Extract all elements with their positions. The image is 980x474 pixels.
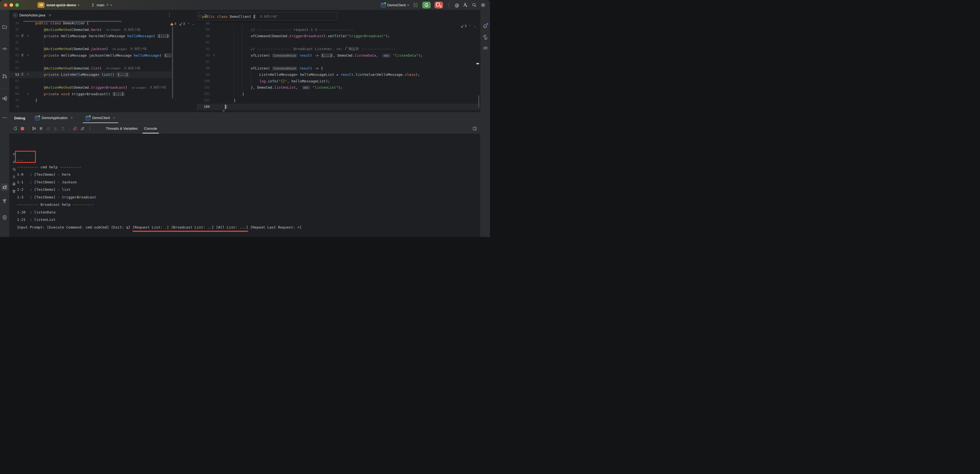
line-number[interactable]: 36 bbox=[9, 34, 19, 38]
tab-console[interactable]: Console bbox=[142, 123, 159, 134]
pause-program-icon[interactable] bbox=[39, 126, 43, 131]
step-into-icon[interactable] bbox=[53, 126, 58, 131]
structure-tool-button[interactable] bbox=[2, 96, 7, 101]
line-number[interactable]: 63 bbox=[9, 86, 19, 89]
gutter[interactable] bbox=[19, 84, 35, 91]
sticky-header-line[interactable]: 37public class DemoClient {渔民小镇 * bbox=[198, 12, 338, 21]
tab-threads-variables[interactable]: Threads & Variables bbox=[104, 123, 140, 134]
line-number[interactable]: 100 bbox=[197, 79, 210, 83]
gutter[interactable] bbox=[19, 97, 35, 104]
line-number[interactable]: 92 bbox=[197, 47, 210, 51]
prev-problem-icon[interactable]: ⌃ bbox=[187, 22, 189, 26]
code-line-91[interactable]: 91 bbox=[197, 40, 480, 46]
code-line-62[interactable]: 62 bbox=[9, 78, 173, 85]
step-out-icon[interactable] bbox=[61, 126, 65, 131]
gutter[interactable] bbox=[210, 46, 225, 52]
line-number[interactable]: 78 bbox=[9, 105, 19, 109]
broadcast-chat-icon[interactable] bbox=[482, 35, 488, 40]
resume-program-icon[interactable] bbox=[32, 126, 36, 131]
gutter[interactable] bbox=[210, 59, 225, 65]
code-line-99[interactable]: 99 List<HelloMessage> helloMessageList =… bbox=[197, 72, 480, 78]
code-line-77[interactable]: 77} bbox=[9, 97, 173, 104]
sticky-code-line-37[interactable]: 37public class DemoClient {渔民小镇 * bbox=[198, 13, 337, 20]
version-control-tool-button[interactable] bbox=[2, 73, 7, 79]
gutter[interactable] bbox=[210, 97, 225, 104]
services-tool-button[interactable] bbox=[2, 215, 8, 220]
line-number[interactable]: 42 bbox=[9, 47, 19, 51]
code-line-92[interactable]: 92 // ---------------- Broadcast Listene… bbox=[197, 46, 480, 52]
fold-arrow-icon[interactable]: ❯ bbox=[213, 53, 215, 56]
code-editor-democlient[interactable]: 8889 // ---------------- request 1-3 ---… bbox=[197, 20, 480, 112]
print-icon[interactable] bbox=[12, 182, 16, 186]
fold-arrow-icon[interactable]: ❯ bbox=[27, 72, 29, 75]
session-tab-demoapplication[interactable]: DemoApplication ✕ bbox=[32, 113, 76, 123]
code-line-41[interactable]: 41 bbox=[9, 40, 173, 46]
gutter[interactable] bbox=[210, 91, 225, 97]
commit-tool-button[interactable] bbox=[2, 46, 7, 51]
tab-demoaction-java[interactable]: C DemoAction.java ✕ bbox=[13, 10, 51, 21]
line-number[interactable]: 34 bbox=[9, 21, 19, 25]
close-session-icon[interactable]: ✕ bbox=[70, 116, 73, 120]
gutter[interactable] bbox=[210, 33, 225, 40]
project-widget[interactable]: ID ionet-quick-demo ▾ bbox=[37, 2, 79, 8]
gutter[interactable]: ❯ bbox=[19, 91, 35, 97]
debug-console[interactable]: ...---------- cmd help ----------1-0 : [… bbox=[9, 134, 480, 237]
gutter[interactable] bbox=[210, 20, 225, 27]
code-line-53[interactable]: 53@❯ private List<HelloMessage> list() {… bbox=[9, 72, 173, 78]
soft-wrap-icon[interactable] bbox=[12, 167, 16, 171]
line-number[interactable]: 90 bbox=[197, 34, 210, 38]
line-number[interactable]: 97 bbox=[197, 60, 210, 64]
rerun-debug-button[interactable] bbox=[422, 2, 431, 8]
close-window-button[interactable] bbox=[4, 3, 7, 7]
code-line-35[interactable]: 35 @ActionMethod(DemoCmd.here)no usages渔… bbox=[9, 27, 173, 33]
more-actions-menu[interactable]: ⋮ bbox=[447, 3, 451, 7]
code-line-102[interactable]: 102 } bbox=[197, 91, 480, 97]
gutter[interactable] bbox=[210, 104, 225, 110]
gutter[interactable] bbox=[19, 104, 35, 110]
gutter[interactable] bbox=[210, 65, 225, 72]
line-number[interactable]: 104 bbox=[197, 105, 210, 109]
code-line-93[interactable]: 93❯ ofListen( CommandResult result -> {.… bbox=[197, 52, 480, 59]
code-line-63[interactable]: 63 @ActionMethod(DemoCmd.triggerBroadcas… bbox=[9, 84, 173, 91]
mute-breakpoints-icon[interactable] bbox=[80, 126, 85, 131]
inspections-widget-left[interactable]: 4 3 ⌃ ⌄ bbox=[169, 21, 196, 26]
branch-widget[interactable]: main ↗ ▾ bbox=[91, 3, 111, 7]
fold-arrow-icon[interactable]: ❯ bbox=[27, 34, 29, 37]
line-number[interactable]: 51 bbox=[9, 60, 19, 64]
debug-tool-button[interactable] bbox=[1, 184, 8, 191]
tab-options-menu[interactable]: ⋮ bbox=[167, 12, 172, 17]
gutter[interactable] bbox=[19, 78, 35, 85]
view-breakpoints-icon[interactable] bbox=[73, 126, 77, 131]
gutter[interactable]: @❯ bbox=[19, 72, 35, 78]
zoom-window-button[interactable] bbox=[15, 3, 19, 7]
gutter[interactable] bbox=[19, 40, 35, 46]
code-line-52[interactable]: 52 @ActionMethod(DemoCmd.list)no usages渔… bbox=[9, 65, 173, 72]
code-line-78[interactable]: 78 bbox=[9, 104, 173, 110]
step-over-icon[interactable] bbox=[46, 126, 50, 131]
code-line-101[interactable]: 101 }, DemoCmd.listenList, title: "liste… bbox=[197, 84, 480, 91]
code-line-97[interactable]: 97 bbox=[197, 59, 480, 65]
session-tab-democlient[interactable]: DemoClient ✕ bbox=[83, 113, 118, 123]
ai-assistant-icon[interactable]: @ bbox=[455, 2, 459, 8]
code-line-43[interactable]: 43@❯ private HelloMessage jackson(HelloM… bbox=[9, 52, 173, 59]
editor-scrollbar-right[interactable] bbox=[478, 95, 479, 107]
scroll-to-end-icon[interactable] bbox=[12, 174, 16, 179]
code-line-104[interactable]: 104} bbox=[197, 104, 480, 110]
layout-settings-icon[interactable] bbox=[473, 126, 477, 131]
line-number[interactable]: 99 bbox=[197, 73, 210, 77]
line-number[interactable]: 91 bbox=[197, 40, 210, 44]
line-number[interactable]: 62 bbox=[9, 79, 19, 83]
gutter[interactable]: @❯ bbox=[19, 52, 35, 59]
next-problem-icon[interactable]: ⌄ bbox=[474, 25, 476, 28]
line-number[interactable]: 88 bbox=[197, 21, 210, 25]
gutter[interactable] bbox=[210, 78, 225, 85]
line-number[interactable]: 35 bbox=[9, 28, 19, 32]
line-number[interactable]: 64 bbox=[9, 92, 19, 96]
gutter[interactable] bbox=[19, 46, 35, 52]
fold-arrow-icon[interactable]: ❯ bbox=[27, 53, 29, 56]
gutter[interactable] bbox=[210, 27, 225, 33]
code-line-98[interactable]: 98 ofListen( CommandResult result -> { bbox=[197, 65, 480, 72]
line-number[interactable]: 102 bbox=[197, 92, 210, 96]
code-line-90[interactable]: 90 ofCommand(DemoCmd.triggerBroadcast).s… bbox=[197, 33, 480, 40]
line-number[interactable]: 53 bbox=[9, 73, 19, 77]
